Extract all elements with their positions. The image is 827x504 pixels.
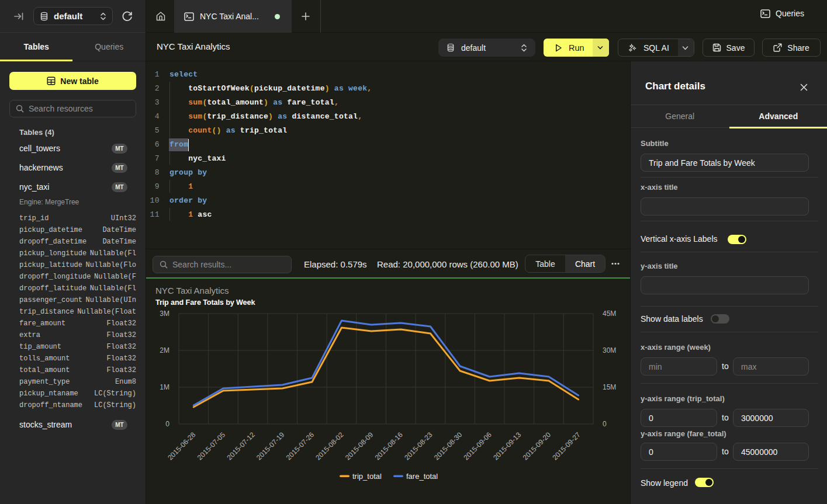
svg-text:2015-06-28: 2015-06-28 (166, 430, 198, 462)
svg-text:2015-08-09: 2015-08-09 (344, 430, 375, 462)
svg-text:2015-07-26: 2015-07-26 (285, 430, 316, 462)
svg-text:1M: 1M (160, 383, 169, 391)
svg-text:15M: 15M (603, 383, 616, 391)
svg-text:0: 0 (165, 420, 169, 428)
svg-text:2015-09-13: 2015-09-13 (492, 430, 523, 462)
svg-text:30M: 30M (603, 346, 616, 354)
svg-text:2015-08-23: 2015-08-23 (403, 430, 434, 462)
svg-text:0: 0 (603, 420, 607, 428)
svg-text:2015-08-16: 2015-08-16 (373, 430, 405, 462)
svg-text:45M: 45M (603, 310, 616, 318)
svg-text:2015-07-05: 2015-07-05 (196, 430, 227, 462)
svg-text:2015-08-30: 2015-08-30 (432, 430, 464, 462)
svg-text:trip_total: trip_total (352, 472, 382, 481)
svg-text:2M: 2M (160, 346, 169, 354)
svg-text:NYC Taxi Analytics: NYC Taxi Analytics (155, 286, 229, 296)
svg-text:fare_total: fare_total (406, 472, 438, 481)
svg-text:2015-09-20: 2015-09-20 (521, 430, 553, 462)
svg-text:Trip and Fare Totals by Week: Trip and Fare Totals by Week (155, 298, 255, 307)
svg-text:2015-07-19: 2015-07-19 (255, 430, 286, 462)
svg-text:2015-08-02: 2015-08-02 (314, 430, 345, 462)
svg-text:2015-09-06: 2015-09-06 (462, 430, 494, 462)
svg-text:2015-09-27: 2015-09-27 (551, 430, 582, 462)
svg-text:3M: 3M (160, 310, 169, 318)
svg-text:2015-07-12: 2015-07-12 (225, 430, 257, 462)
